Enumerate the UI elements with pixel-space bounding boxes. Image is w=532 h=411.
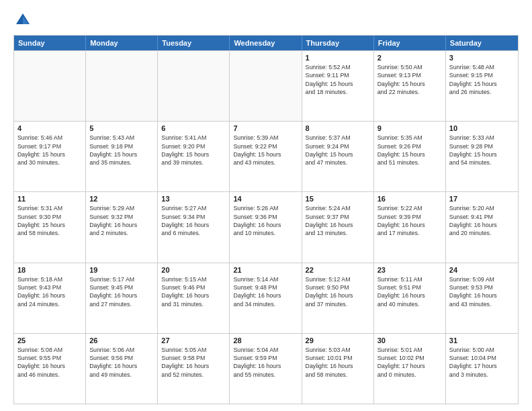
calendar-cell-3-6: 24Sunrise: 5:09 AM Sunset: 9:53 PM Dayli… bbox=[446, 263, 518, 333]
calendar-cell-1-6: 10Sunrise: 5:33 AM Sunset: 9:28 PM Dayli… bbox=[446, 122, 518, 191]
logo-icon bbox=[13, 11, 32, 30]
day-info: Sunrise: 5:03 AM Sunset: 10:01 PM Daylig… bbox=[306, 346, 370, 379]
calendar-cell-1-4: 8Sunrise: 5:37 AM Sunset: 9:24 PM Daylig… bbox=[302, 122, 374, 191]
calendar-cell-0-2 bbox=[158, 51, 230, 121]
day-number: 24 bbox=[449, 266, 515, 274]
day-info: Sunrise: 5:12 AM Sunset: 9:50 PM Dayligh… bbox=[306, 275, 370, 308]
day-info: Sunrise: 5:15 AM Sunset: 9:46 PM Dayligh… bbox=[161, 275, 226, 308]
calendar-cell-3-4: 22Sunrise: 5:12 AM Sunset: 9:50 PM Dayli… bbox=[302, 263, 374, 333]
calendar-cell-0-3 bbox=[230, 51, 302, 121]
day-number: 11 bbox=[17, 195, 82, 203]
day-info: Sunrise: 5:52 AM Sunset: 9:11 PM Dayligh… bbox=[306, 63, 370, 96]
calendar-cell-4-4: 29Sunrise: 5:03 AM Sunset: 10:01 PM Dayl… bbox=[302, 334, 374, 404]
day-info: Sunrise: 5:04 AM Sunset: 9:59 PM Dayligh… bbox=[233, 346, 298, 379]
day-info: Sunrise: 5:20 AM Sunset: 9:41 PM Dayligh… bbox=[449, 204, 515, 237]
day-number: 8 bbox=[306, 124, 370, 132]
day-of-week-saturday: Saturday bbox=[446, 36, 518, 50]
calendar-cell-1-2: 6Sunrise: 5:41 AM Sunset: 9:20 PM Daylig… bbox=[158, 122, 230, 191]
calendar-cell-2-5: 16Sunrise: 5:22 AM Sunset: 9:39 PM Dayli… bbox=[374, 192, 446, 262]
day-number: 2 bbox=[378, 54, 442, 62]
calendar-cell-2-6: 17Sunrise: 5:20 AM Sunset: 9:41 PM Dayli… bbox=[446, 192, 518, 262]
day-number: 12 bbox=[89, 195, 154, 203]
day-number: 18 bbox=[17, 266, 82, 274]
calendar-cell-4-0: 25Sunrise: 5:08 AM Sunset: 9:55 PM Dayli… bbox=[14, 334, 86, 404]
calendar-cell-0-1 bbox=[86, 51, 158, 121]
calendar-cell-3-1: 19Sunrise: 5:17 AM Sunset: 9:45 PM Dayli… bbox=[86, 263, 158, 333]
day-number: 5 bbox=[89, 124, 154, 132]
calendar-cell-4-6: 31Sunrise: 5:00 AM Sunset: 10:04 PM Dayl… bbox=[446, 334, 518, 404]
day-info: Sunrise: 5:50 AM Sunset: 9:13 PM Dayligh… bbox=[378, 63, 442, 96]
day-number: 1 bbox=[306, 54, 370, 62]
day-info: Sunrise: 5:24 AM Sunset: 9:37 PM Dayligh… bbox=[306, 204, 370, 237]
day-info: Sunrise: 5:01 AM Sunset: 10:02 PM Daylig… bbox=[378, 346, 442, 379]
calendar-cell-4-1: 26Sunrise: 5:06 AM Sunset: 9:56 PM Dayli… bbox=[86, 334, 158, 404]
calendar-header: SundayMondayTuesdayWednesdayThursdayFrid… bbox=[14, 36, 518, 50]
page: SundayMondayTuesdayWednesdayThursdayFrid… bbox=[0, 0, 532, 411]
day-number: 27 bbox=[161, 336, 226, 345]
day-info: Sunrise: 5:05 AM Sunset: 9:58 PM Dayligh… bbox=[161, 346, 226, 379]
header bbox=[13, 11, 519, 30]
day-number: 7 bbox=[233, 124, 298, 132]
day-number: 19 bbox=[89, 266, 154, 274]
calendar-cell-2-0: 11Sunrise: 5:31 AM Sunset: 9:30 PM Dayli… bbox=[14, 192, 86, 262]
day-of-week-wednesday: Wednesday bbox=[230, 36, 302, 50]
day-number: 15 bbox=[306, 195, 370, 203]
calendar-cell-4-3: 28Sunrise: 5:04 AM Sunset: 9:59 PM Dayli… bbox=[230, 334, 302, 404]
day-number: 22 bbox=[306, 266, 370, 274]
day-number: 14 bbox=[233, 195, 298, 203]
calendar-cell-0-0 bbox=[14, 51, 86, 121]
day-info: Sunrise: 5:29 AM Sunset: 9:32 PM Dayligh… bbox=[89, 204, 154, 237]
day-info: Sunrise: 5:17 AM Sunset: 9:45 PM Dayligh… bbox=[89, 275, 154, 308]
day-number: 26 bbox=[89, 336, 154, 345]
calendar-cell-4-2: 27Sunrise: 5:05 AM Sunset: 9:58 PM Dayli… bbox=[158, 334, 230, 404]
day-info: Sunrise: 5:33 AM Sunset: 9:28 PM Dayligh… bbox=[449, 134, 515, 167]
calendar-cell-2-4: 15Sunrise: 5:24 AM Sunset: 9:37 PM Dayli… bbox=[302, 192, 374, 262]
calendar-cell-0-6: 3Sunrise: 5:48 AM Sunset: 9:15 PM Daylig… bbox=[446, 51, 518, 121]
day-number: 29 bbox=[306, 336, 370, 345]
day-info: Sunrise: 5:00 AM Sunset: 10:04 PM Daylig… bbox=[449, 346, 515, 379]
calendar-cell-3-2: 20Sunrise: 5:15 AM Sunset: 9:46 PM Dayli… bbox=[158, 263, 230, 333]
calendar-cell-3-5: 23Sunrise: 5:11 AM Sunset: 9:51 PM Dayli… bbox=[374, 263, 446, 333]
calendar-cell-0-4: 1Sunrise: 5:52 AM Sunset: 9:11 PM Daylig… bbox=[302, 51, 374, 121]
day-number: 28 bbox=[233, 336, 298, 345]
day-info: Sunrise: 5:46 AM Sunset: 9:17 PM Dayligh… bbox=[17, 134, 82, 167]
calendar-row-4: 25Sunrise: 5:08 AM Sunset: 9:55 PM Dayli… bbox=[14, 333, 518, 404]
day-number: 6 bbox=[161, 124, 226, 132]
day-number: 3 bbox=[449, 54, 515, 62]
day-info: Sunrise: 5:22 AM Sunset: 9:39 PM Dayligh… bbox=[378, 204, 442, 237]
day-number: 9 bbox=[378, 124, 442, 132]
calendar-cell-1-0: 4Sunrise: 5:46 AM Sunset: 9:17 PM Daylig… bbox=[14, 122, 86, 191]
day-info: Sunrise: 5:27 AM Sunset: 9:34 PM Dayligh… bbox=[161, 204, 226, 237]
day-number: 30 bbox=[378, 336, 442, 345]
day-info: Sunrise: 5:18 AM Sunset: 9:43 PM Dayligh… bbox=[17, 275, 82, 308]
day-number: 23 bbox=[378, 266, 442, 274]
day-info: Sunrise: 5:48 AM Sunset: 9:15 PM Dayligh… bbox=[449, 63, 515, 96]
calendar-row-1: 4Sunrise: 5:46 AM Sunset: 9:17 PM Daylig… bbox=[14, 121, 518, 191]
calendar-row-0: 1Sunrise: 5:52 AM Sunset: 9:11 PM Daylig… bbox=[14, 50, 518, 121]
day-of-week-friday: Friday bbox=[374, 36, 446, 50]
calendar-cell-2-3: 14Sunrise: 5:26 AM Sunset: 9:36 PM Dayli… bbox=[230, 192, 302, 262]
day-of-week-tuesday: Tuesday bbox=[158, 36, 230, 50]
day-number: 20 bbox=[161, 266, 226, 274]
calendar-cell-1-5: 9Sunrise: 5:35 AM Sunset: 9:26 PM Daylig… bbox=[374, 122, 446, 191]
day-info: Sunrise: 5:08 AM Sunset: 9:55 PM Dayligh… bbox=[17, 346, 82, 379]
day-info: Sunrise: 5:14 AM Sunset: 9:48 PM Dayligh… bbox=[233, 275, 298, 308]
calendar-row-2: 11Sunrise: 5:31 AM Sunset: 9:30 PM Dayli… bbox=[14, 191, 518, 262]
day-info: Sunrise: 5:41 AM Sunset: 9:20 PM Dayligh… bbox=[161, 134, 226, 167]
calendar-cell-1-1: 5Sunrise: 5:43 AM Sunset: 9:18 PM Daylig… bbox=[86, 122, 158, 191]
calendar-cell-2-2: 13Sunrise: 5:27 AM Sunset: 9:34 PM Dayli… bbox=[158, 192, 230, 262]
calendar-cell-0-5: 2Sunrise: 5:50 AM Sunset: 9:13 PM Daylig… bbox=[374, 51, 446, 121]
calendar-body: 1Sunrise: 5:52 AM Sunset: 9:11 PM Daylig… bbox=[14, 50, 518, 404]
day-of-week-thursday: Thursday bbox=[302, 36, 374, 50]
calendar-cell-1-3: 7Sunrise: 5:39 AM Sunset: 9:22 PM Daylig… bbox=[230, 122, 302, 191]
day-info: Sunrise: 5:39 AM Sunset: 9:22 PM Dayligh… bbox=[233, 134, 298, 167]
day-of-week-monday: Monday bbox=[86, 36, 158, 50]
day-info: Sunrise: 5:06 AM Sunset: 9:56 PM Dayligh… bbox=[89, 346, 154, 379]
day-number: 4 bbox=[17, 124, 82, 132]
calendar: SundayMondayTuesdayWednesdayThursdayFrid… bbox=[13, 35, 519, 404]
calendar-cell-4-5: 30Sunrise: 5:01 AM Sunset: 10:02 PM Dayl… bbox=[374, 334, 446, 404]
day-number: 31 bbox=[449, 336, 515, 345]
day-info: Sunrise: 5:35 AM Sunset: 9:26 PM Dayligh… bbox=[378, 134, 442, 167]
calendar-cell-2-1: 12Sunrise: 5:29 AM Sunset: 9:32 PM Dayli… bbox=[86, 192, 158, 262]
logo bbox=[13, 11, 35, 30]
